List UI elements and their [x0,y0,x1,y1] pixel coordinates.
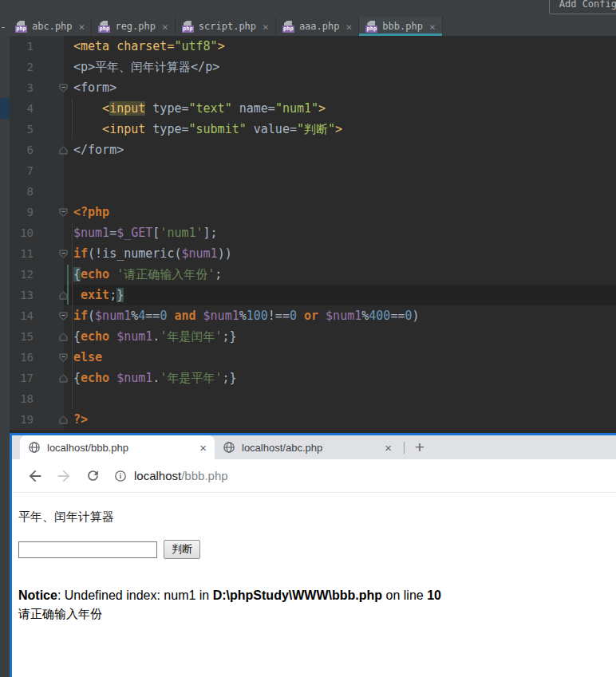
address-bar[interactable]: localhost/bbb.php [114,469,228,482]
gutter: 10 [0,222,64,243]
php-file-icon: php [282,21,294,33]
fold-column [34,98,64,119]
browser-tab-title: localhost/abc.php [242,442,378,454]
line-number: 12 [10,264,34,285]
code-text [64,160,616,181]
code-line[interactable]: 9<?php [0,202,616,222]
fold-column[interactable] [34,326,64,347]
code-text: </form> [64,140,616,160]
code-line[interactable]: 10$num1=$_GET['num1']; [0,222,616,243]
close-tab-icon[interactable]: × [385,441,392,455]
code-line[interactable]: 4 <input type="text" name="num1"> [0,98,616,119]
line-number: 16 [10,347,34,368]
back-button[interactable] [23,464,47,488]
code-line[interactable]: 15{echo $num1.'年是闰年';} [0,326,616,347]
code-line[interactable]: 8 [0,181,616,202]
code-line[interactable]: 16else [0,347,616,368]
code-text: <form> [64,77,616,98]
ide-tab-bar: phpabc.php×phpreg.php×phpscript.php×phpa… [9,17,616,36]
year-input[interactable] [18,541,157,558]
code-line[interactable]: 3<form> [0,77,616,98]
code-line[interactable]: 18 [0,388,616,409]
fold-column [34,181,64,202]
fold-column[interactable] [34,140,64,160]
code-text: <input type="text" name="num1"> [64,98,616,119]
line-number: 18 [10,388,34,409]
new-tab-button[interactable]: + [409,435,431,459]
close-icon[interactable]: × [162,21,168,33]
fold-column[interactable] [34,409,64,430]
code-line[interactable]: 12{echo '请正确输入年份'; [0,264,616,285]
fold-column[interactable] [34,347,64,368]
line-number: 11 [10,243,34,264]
code-line[interactable]: 1<meta charset="utf8"> [0,36,616,57]
indent-guide [72,222,73,409]
php-file-icon: php [365,21,377,33]
ide-tab-script.php[interactable]: phpscript.php× [176,17,276,36]
browser-tab-localhost/abc.php[interactable]: localhost/abc.php× [215,435,400,459]
php-notice: Notice: Undefined index: num1 in D:\phpS… [18,588,610,603]
add-config-button[interactable]: Add Config [549,0,616,14]
fold-column[interactable] [34,305,64,326]
year-form: 判断 [18,540,610,559]
gutter: 7 [0,160,64,181]
code-text: exit;} [64,285,616,305]
fold-column [34,160,64,181]
line-number: 6 [10,140,34,160]
ide-tab-reg.php[interactable]: phpreg.php× [92,17,175,36]
code-line[interactable]: 5 <input type="submit" value="判断"> [0,119,616,140]
ide-tab-aaa.php[interactable]: phpaaa.php× [276,17,359,36]
code-text: <p>平年、闰年计算器</p> [64,57,616,77]
line-number: 14 [10,305,34,326]
gutter: 3 [0,77,64,98]
line-number: 9 [10,202,34,222]
url-host: localhost [134,469,181,482]
fold-column[interactable] [34,368,64,388]
close-tab-icon[interactable]: × [199,441,207,455]
brace-scope-bar [67,265,69,305]
fold-column [34,388,64,409]
code-text: <input type="submit" value="判断"> [64,119,616,140]
code-line[interactable]: 14if($num1%4==0 and $num1%100!==0 or $nu… [0,305,616,326]
gutter: 2 [0,57,64,77]
ide-tab-abc.php[interactable]: phpabc.php× [9,17,92,36]
gutter: 14 [0,305,64,326]
code-line[interactable]: 2<p>平年、闰年计算器</p> [0,57,616,77]
line-number: 1 [10,36,34,57]
url-path: /bbb.php [181,469,227,482]
close-icon[interactable]: × [429,21,436,33]
reload-button[interactable] [81,464,105,488]
code-text [64,181,616,202]
code-editor[interactable]: 1<meta charset="utf8">2<p>平年、闰年计算器</p>3<… [0,36,616,430]
code-text: if(!is_numeric($num1)) [64,243,616,264]
page-title: 平年、闰年计算器 [18,510,610,525]
fold-column[interactable] [34,285,64,305]
browser-tab-localhost/bbb.php[interactable]: localhost/bbb.php× [20,435,215,459]
browser-tab-strip: localhost/bbb.php×localhost/abc.php×+ [12,435,616,459]
code-line[interactable]: 19?> [0,409,616,430]
globe-icon [223,441,235,454]
code-line[interactable]: 6</form> [0,140,616,160]
code-line[interactable]: 7 [0,160,616,181]
fold-column[interactable] [34,202,64,222]
browser-window: localhost/bbb.php×localhost/abc.php×+ lo… [10,433,616,677]
code-text: else [64,347,616,368]
code-line[interactable]: 17{echo $num1.'年是平年';} [0,368,616,388]
page-info-icon[interactable] [114,470,127,482]
php-file-icon: php [182,21,194,33]
fold-column[interactable] [34,77,64,98]
code-line[interactable]: 13 exit;} [0,285,616,305]
forward-button[interactable] [52,464,76,488]
judge-button[interactable]: 判断 [164,540,200,559]
code-line[interactable]: 11if(!is_numeric($num1)) [0,243,616,264]
close-icon[interactable]: × [346,21,352,33]
close-icon[interactable]: × [263,21,269,33]
ide-tab-bbb.php[interactable]: phpbbb.php× [359,17,442,36]
fold-column [34,119,64,140]
gutter: 18 [0,388,64,409]
gutter: 1 [0,36,64,57]
web-page: 平年、闰年计算器 判断 Notice: Undefined index: num… [12,493,616,677]
close-icon[interactable]: × [79,21,85,33]
fold-column[interactable] [34,243,64,264]
gutter: 16 [0,347,64,368]
